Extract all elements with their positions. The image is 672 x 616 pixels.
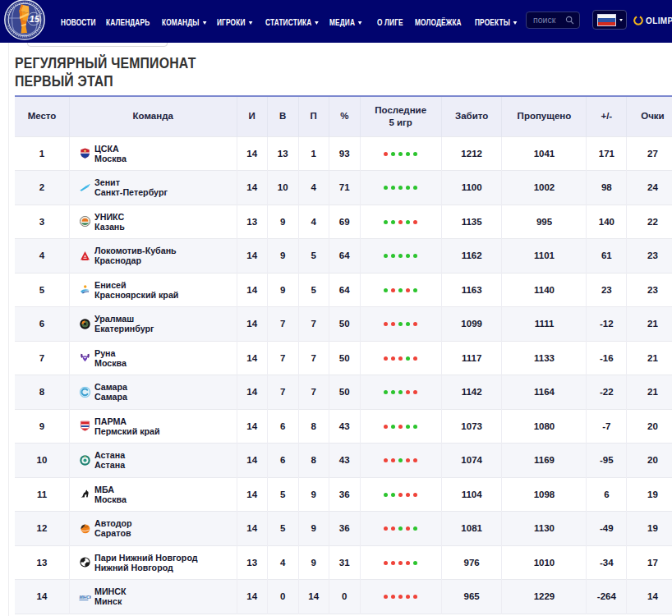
- svg-text:МIНСК: МIНСК: [79, 595, 90, 600]
- svg-text:15: 15: [30, 14, 40, 24]
